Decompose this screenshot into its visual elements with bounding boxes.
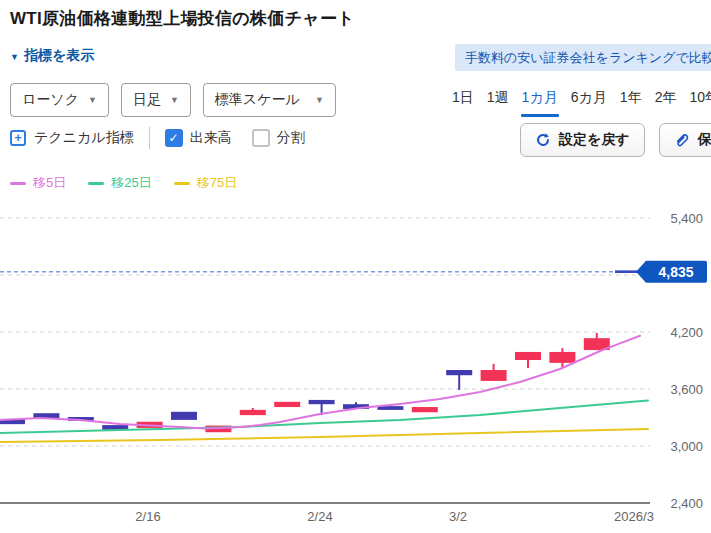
dropdown-scale[interactable]: 標準スケール▼ bbox=[203, 83, 336, 117]
legend-label: 移25日 bbox=[111, 174, 151, 192]
checkbox-group: ✓出来高分割 bbox=[165, 129, 325, 147]
show-indicators-label: 指標を表示 bbox=[24, 47, 94, 65]
legend-line-swatch bbox=[88, 182, 104, 185]
legend-label: 移75日 bbox=[197, 174, 237, 192]
reset-settings-label: 設定を戻す bbox=[559, 131, 630, 149]
y-tick-label: 3,600 bbox=[670, 382, 703, 397]
dropdown-scale-value: 標準スケール bbox=[215, 91, 300, 109]
period-tab-10年[interactable]: 10年 bbox=[689, 89, 711, 113]
candle-body bbox=[515, 352, 541, 360]
candle-body bbox=[412, 407, 438, 412]
checkbox-分割[interactable] bbox=[252, 129, 270, 147]
period-tab-1週[interactable]: 1週 bbox=[487, 89, 509, 113]
legend-item-移5日: 移5日 bbox=[10, 174, 66, 192]
caret-down-icon: ▼ bbox=[170, 95, 179, 105]
caret-down-icon: ▼ bbox=[88, 95, 97, 105]
triangle-down-icon: ▼ bbox=[10, 52, 19, 62]
candle-body bbox=[240, 410, 266, 415]
legend-item-移25日: 移25日 bbox=[88, 174, 151, 192]
dropdown-chart-type[interactable]: ローソク▼ bbox=[10, 83, 109, 117]
period-tab-2年[interactable]: 2年 bbox=[655, 89, 677, 113]
y-tick-label: 3,000 bbox=[670, 439, 703, 454]
period-tab-1年[interactable]: 1年 bbox=[620, 89, 642, 113]
ma-line-移25日 bbox=[0, 400, 648, 433]
checkbox-label-出来高[interactable]: 出来高 bbox=[190, 129, 232, 147]
ma-legend: 移5日移25日移75日 bbox=[10, 174, 237, 192]
dropdown-chart-type-value: ローソク bbox=[22, 91, 79, 109]
candle-body bbox=[274, 402, 300, 407]
period-tab-1日[interactable]: 1日 bbox=[452, 89, 474, 113]
reset-settings-button[interactable]: 設定を戻す bbox=[520, 123, 645, 157]
divider bbox=[149, 127, 150, 149]
legend-line-swatch bbox=[10, 182, 26, 185]
period-tab-6カ月[interactable]: 6カ月 bbox=[571, 89, 607, 113]
candle-body bbox=[309, 400, 335, 404]
legend-label: 移5日 bbox=[33, 174, 66, 192]
promo-banner-link[interactable]: 手数料の安い証券会社をランキングで比較 bbox=[455, 44, 711, 71]
candle-body bbox=[446, 370, 472, 375]
action-buttons: 設定を戻す 保存 bbox=[520, 123, 711, 157]
checkbox-出来高[interactable]: ✓ bbox=[165, 129, 183, 147]
save-label: 保存 bbox=[698, 131, 711, 149]
x-tick-label: 2026/3 bbox=[614, 509, 654, 524]
chart-options-row: ローソク▼日足▼標準スケール▼ bbox=[10, 83, 336, 117]
caret-down-icon: ▼ bbox=[315, 95, 324, 105]
ma-line-移5日 bbox=[0, 336, 640, 429]
paperclip-icon bbox=[674, 132, 690, 148]
dropdown-interval[interactable]: 日足▼ bbox=[121, 83, 191, 117]
x-tick-label: 2/24 bbox=[307, 509, 332, 524]
candle-body bbox=[171, 412, 197, 420]
save-button[interactable]: 保存 bbox=[659, 123, 711, 157]
page-title: WTI原油価格連動型上場投信の株価チャート bbox=[10, 7, 355, 30]
period-tabs: 1日1週1カ月6カ月1年2年10年 bbox=[452, 89, 711, 113]
x-tick-label: 2/16 bbox=[135, 509, 160, 524]
technical-row: + テクニカル指標 ✓出来高分割 bbox=[10, 127, 325, 149]
dropdown-interval-value: 日足 bbox=[133, 91, 161, 109]
price-tag-label: 4,835 bbox=[658, 264, 693, 280]
legend-line-swatch bbox=[174, 182, 190, 185]
refresh-icon bbox=[535, 132, 551, 148]
legend-item-移75日: 移75日 bbox=[174, 174, 237, 192]
plus-icon[interactable]: + bbox=[10, 130, 26, 146]
checkbox-label-分割[interactable]: 分割 bbox=[277, 129, 305, 147]
candlestick-chart: 5,4004,2003,6003,0002,4002/162/243/22026… bbox=[0, 0, 711, 533]
stock-chart-page: { "page": { "title": "WTI原油価格連動型上場投信の株価チ… bbox=[0, 0, 711, 533]
price-tag-arrow bbox=[636, 261, 646, 283]
candle-body bbox=[549, 352, 575, 363]
candle-body bbox=[481, 370, 507, 381]
y-tick-label: 2,400 bbox=[670, 496, 703, 511]
show-indicators-toggle[interactable]: ▼ 指標を表示 bbox=[10, 47, 94, 65]
x-tick-label: 3/2 bbox=[449, 509, 467, 524]
y-tick-label: 4,200 bbox=[670, 325, 703, 340]
technical-indicator-button[interactable]: テクニカル指標 bbox=[34, 129, 134, 147]
y-tick-label: 5,400 bbox=[670, 211, 703, 226]
period-tab-1カ月[interactable]: 1カ月 bbox=[522, 89, 558, 113]
